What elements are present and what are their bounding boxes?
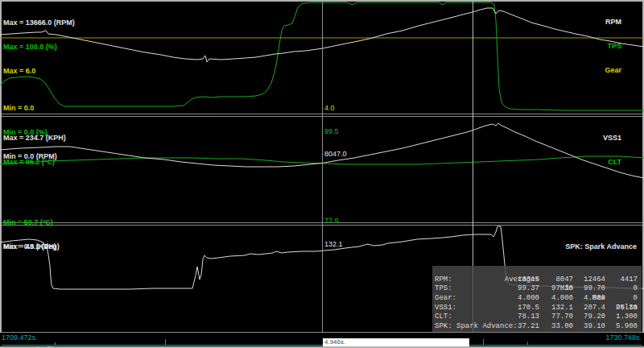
timeline-end-time: 1730.748s. <box>605 334 642 342</box>
stats-cell: 99.70 <box>584 284 605 294</box>
stats-cell: 4417 <box>620 276 638 285</box>
stats-cell: 207.4 <box>584 304 605 313</box>
max-label: Max = 13666.0 (RPM) <box>3 19 75 27</box>
max-label: Max = 100.0 (%) <box>3 43 75 51</box>
legend-item-rpm[interactable]: RPM <box>605 18 621 26</box>
cursor-value-gear: 4.0 <box>324 105 347 113</box>
panel3-max-labels: Max = 43.1 (deg) <box>3 226 60 267</box>
stats-cell: 4.000 <box>518 294 539 304</box>
max-label: Max = 43.1 (deg) <box>3 242 60 251</box>
cursor-value-vss1: 132.1 <box>324 241 343 249</box>
stats-row-label: Gear: <box>435 294 456 304</box>
stats-cell: 0 <box>634 284 638 294</box>
stats-row-label: RPM: <box>435 276 452 285</box>
stats-row: Gear:4.0004.0004.0000 <box>432 294 642 304</box>
timeline-tick <box>165 339 166 346</box>
stats-row: VSS1:170.5132.1207.475.30 <box>432 304 642 313</box>
timeline-tick <box>527 342 528 346</box>
stats-cell: 75.30 <box>616 304 638 313</box>
panel1-cursor-values: 4.0 99.5 8047.0 <box>324 89 347 174</box>
cursor-line-left[interactable] <box>322 2 323 332</box>
stats-cell: 170.5 <box>518 304 539 313</box>
panel2-cursor-values: 77.9 132.1 <box>324 202 343 263</box>
panel2-legend: VSS1 CLT <box>603 118 621 182</box>
stats-cell: 1.300 <box>616 313 638 322</box>
stats-cell: 77.70 <box>551 313 573 322</box>
stats-cell: 10315 <box>518 276 539 285</box>
stats-table: Averages Min Max Delta RPM:1031580471246… <box>432 266 642 332</box>
cursor-value-rpm: 8047.0 <box>324 151 347 159</box>
min-label: Min = 0.0 <box>3 104 57 112</box>
stats-cell: 12464 <box>584 276 605 285</box>
timeline-tick <box>55 342 56 346</box>
stats-row: RPM:103158047124644417 <box>432 276 642 285</box>
cursor-value-tps: 99.5 <box>324 128 347 136</box>
stats-cell: 5.900 <box>616 322 638 332</box>
stats-cell: 78.13 <box>518 313 539 322</box>
stats-cell: 79.20 <box>584 313 605 322</box>
stats-row-label: VSS1: <box>435 304 456 313</box>
panel1-legend: RPM TPS Gear <box>605 2 621 90</box>
stats-cell: 37.21 <box>518 322 539 332</box>
stats-header-row: Averages Min Max Delta <box>432 266 642 276</box>
legend-item-tps[interactable]: TPS <box>605 42 621 50</box>
stats-cell: 4.000 <box>551 294 573 304</box>
timeline-start-time: 1709.472s. <box>2 334 38 342</box>
stats-cell: 97.30 <box>551 284 573 294</box>
panel2-max-labels: Max = 234.7 (KPH) Max = 96.2 (°C) <box>3 118 66 182</box>
legend-item-clt[interactable]: CLT <box>603 158 621 166</box>
max-label: Max = 6.0 <box>3 67 75 75</box>
stats-row-label: SPK: Spark Advance: <box>435 322 518 332</box>
max-label: Max = 96.2 (°C) <box>3 158 66 166</box>
timeline-tick <box>483 339 484 346</box>
stats-cell: 39.10 <box>584 322 605 332</box>
stats-cell: 99.37 <box>518 284 539 294</box>
legend-item-gear[interactable]: Gear <box>605 66 621 74</box>
stats-cell: 132.1 <box>551 304 573 313</box>
timeline-baseline <box>2 345 642 346</box>
legend-item-spark-advance[interactable]: SPK: Spark Advance <box>565 242 637 251</box>
stats-cell: 4.000 <box>584 294 605 304</box>
timeline-selection-thumb[interactable]: 4.946s. <box>323 338 469 346</box>
panel1-max-labels: Max = 13666.0 (RPM) Max = 100.0 (%) Max … <box>3 2 75 91</box>
stats-row: TPS:99.3797.3099.700 <box>432 284 642 294</box>
stats-cell: 0 <box>634 294 638 304</box>
cursor-value-clt: 77.9 <box>324 218 343 226</box>
stats-cell: 33.00 <box>551 322 573 332</box>
min-label: Min = 59.7 (°C) <box>3 218 56 226</box>
timeline-strip[interactable]: 1709.472s. 1730.748s. 4.946s. <box>0 333 644 346</box>
max-label: Max = 234.7 (KPH) <box>3 134 66 142</box>
log-viewer-window: Max = 13666.0 (RPM) Max = 100.0 (%) Max … <box>0 0 644 348</box>
stats-row: CLT:78.1377.7079.201.300 <box>432 313 642 322</box>
stats-row-label: CLT: <box>435 313 452 322</box>
panel3-legend: SPK: Spark Advance <box>565 226 637 267</box>
legend-item-vss1[interactable]: VSS1 <box>603 134 621 142</box>
stats-cell: 8047 <box>555 276 573 285</box>
stats-row: SPK: Spark Advance:37.2133.0039.105.900 <box>432 322 642 332</box>
stats-row-label: TPS: <box>435 284 452 294</box>
